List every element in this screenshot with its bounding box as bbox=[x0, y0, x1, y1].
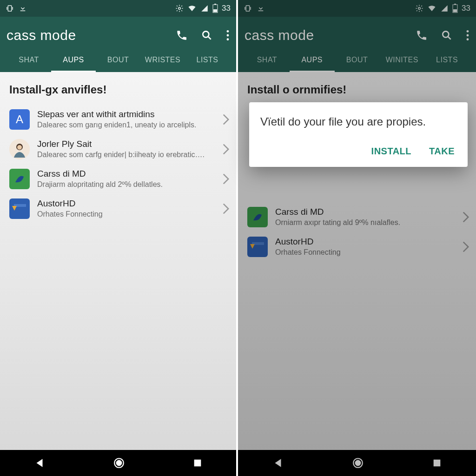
avatar-icon bbox=[9, 139, 30, 159]
gear-icon bbox=[415, 4, 423, 13]
nav-bar bbox=[0, 450, 236, 476]
list-item[interactable]: AustorHD Orhates Fonnecting bbox=[0, 194, 236, 224]
signal-icon bbox=[200, 4, 209, 13]
list-item[interactable]: Carss di MD Drajiarm alopritating ald 2º… bbox=[0, 164, 236, 194]
app-title: cass mode bbox=[245, 27, 314, 43]
item-subtitle: Dalearec som carfg enider| b:iiheaty io … bbox=[37, 150, 215, 159]
list-item[interactable]: A Slepas ver ant withit artmidins Dalear… bbox=[0, 105, 236, 134]
svg-rect-21 bbox=[454, 4, 456, 5]
svg-rect-22 bbox=[453, 9, 457, 12]
svg-point-26 bbox=[467, 38, 469, 40]
svg-point-31 bbox=[356, 461, 361, 466]
list-item[interactable]: Carss di MD Orniarm axıpr tating ald 9º%… bbox=[238, 202, 476, 232]
tab-shat[interactable]: SHAT bbox=[245, 50, 290, 72]
app-title: cass mode bbox=[7, 27, 76, 43]
item-subtitle: Orhates Fonnecting bbox=[37, 210, 215, 219]
svg-point-8 bbox=[227, 38, 229, 40]
tab-shat[interactable]: SHAT bbox=[7, 50, 51, 72]
app-icon bbox=[9, 198, 30, 219]
list-item[interactable]: AustorHD Orhates Fonnecting bbox=[238, 232, 476, 262]
app-icon bbox=[9, 169, 30, 189]
item-title: Carss di MD bbox=[37, 169, 215, 179]
svg-point-16 bbox=[117, 461, 122, 466]
download-icon bbox=[19, 4, 27, 13]
battery-icon bbox=[452, 4, 458, 13]
home-button[interactable] bbox=[113, 457, 125, 469]
app-bar: cass mode SHAT AUPS BOUT WRISTES LISTS bbox=[0, 17, 236, 72]
svg-rect-32 bbox=[434, 460, 441, 467]
download-icon bbox=[257, 4, 265, 13]
nav-bar bbox=[238, 450, 476, 476]
section-heading: Install o ornmifies! bbox=[238, 80, 476, 105]
wifi-icon bbox=[427, 4, 436, 13]
recents-button[interactable] bbox=[192, 458, 203, 468]
status-bar: 33 bbox=[0, 0, 236, 17]
phone-left: 33 cass mode SHAT AUPS BOUT WRISTES bbox=[0, 0, 238, 476]
tab-bout[interactable]: BOUT bbox=[96, 50, 140, 72]
svg-rect-3 bbox=[214, 4, 216, 5]
svg-point-6 bbox=[227, 30, 229, 33]
tab-bout[interactable]: BOUT bbox=[335, 50, 380, 72]
vibrate-icon bbox=[6, 4, 14, 13]
svg-point-23 bbox=[443, 31, 449, 37]
section-heading: Install-gx anvifles! bbox=[0, 80, 236, 105]
take-button[interactable]: TAKE bbox=[427, 142, 456, 160]
gear-icon bbox=[175, 4, 184, 13]
item-title: Jorler Ply Sait bbox=[37, 139, 215, 149]
search-icon[interactable] bbox=[441, 29, 453, 41]
item-title: AustorHD bbox=[275, 237, 455, 247]
app-icon: A bbox=[9, 109, 30, 130]
svg-point-25 bbox=[467, 34, 469, 37]
more-icon[interactable] bbox=[466, 29, 469, 41]
home-button[interactable] bbox=[352, 457, 364, 469]
svg-rect-18 bbox=[246, 6, 250, 11]
phone-icon[interactable] bbox=[176, 29, 188, 41]
search-icon[interactable] bbox=[201, 29, 213, 41]
tab-wristes[interactable]: WRISTES bbox=[140, 50, 185, 72]
recents-button[interactable] bbox=[432, 458, 442, 468]
battery-icon bbox=[212, 4, 218, 13]
install-dialog: Vïetil do your file you are propies. INS… bbox=[249, 102, 468, 167]
status-bar: 33 bbox=[238, 0, 476, 17]
svg-rect-17 bbox=[194, 460, 201, 467]
back-button[interactable] bbox=[33, 457, 46, 469]
list-item[interactable]: Jorler Ply Sait Dalearec som carfg enide… bbox=[0, 134, 236, 164]
svg-point-11 bbox=[17, 145, 22, 150]
tab-lists[interactable]: LISTS bbox=[424, 50, 469, 72]
app-icon bbox=[247, 237, 268, 257]
svg-point-5 bbox=[203, 31, 209, 37]
tab-aups[interactable]: AUPS bbox=[290, 50, 335, 72]
item-subtitle: Dalearec som garıg eniden1, uneaty io ar… bbox=[37, 120, 215, 130]
chevron-right-icon bbox=[222, 173, 230, 185]
signal-icon bbox=[440, 4, 449, 13]
battery-percent: 33 bbox=[222, 4, 231, 13]
chevron-right-icon bbox=[222, 143, 230, 155]
svg-rect-0 bbox=[8, 6, 12, 11]
item-title: Slepas ver ant withit artmidins bbox=[37, 109, 215, 119]
svg-point-24 bbox=[467, 30, 469, 33]
chevron-right-icon bbox=[462, 211, 469, 223]
phone-right: 33 cass mode SHAT AUPS BOUT WINITES LIST… bbox=[238, 0, 476, 476]
tabs: SHAT AUPS BOUT WINITES LISTS bbox=[245, 50, 469, 72]
tabs: SHAT AUPS BOUT WRISTES LISTS bbox=[7, 50, 230, 72]
item-title: Carss di MD bbox=[275, 207, 455, 217]
svg-point-19 bbox=[418, 7, 421, 10]
tab-lists[interactable]: LISTS bbox=[185, 50, 230, 72]
tab-winites[interactable]: WINITES bbox=[379, 50, 424, 72]
more-icon[interactable] bbox=[226, 29, 230, 41]
vibrate-icon bbox=[244, 4, 252, 13]
app-icon bbox=[247, 207, 268, 227]
item-subtitle: Drajiarm alopritating ald 2º% dellatles. bbox=[37, 180, 215, 189]
svg-point-1 bbox=[178, 7, 181, 10]
content-area: Install-gx anvifles! A Slepas ver ant wi… bbox=[0, 72, 236, 450]
phone-icon[interactable] bbox=[416, 29, 428, 41]
tab-aups[interactable]: AUPS bbox=[51, 50, 96, 72]
back-button[interactable] bbox=[272, 457, 284, 469]
item-title: AustorHD bbox=[37, 198, 215, 209]
svg-rect-4 bbox=[213, 9, 217, 12]
battery-percent: 33 bbox=[462, 4, 470, 13]
item-subtitle: Orniarm axıpr tating ald 9º% nıalafles. bbox=[275, 218, 455, 227]
wifi-icon bbox=[187, 4, 197, 13]
install-button[interactable]: INSTALL bbox=[370, 142, 413, 160]
chevron-right-icon bbox=[462, 241, 469, 253]
